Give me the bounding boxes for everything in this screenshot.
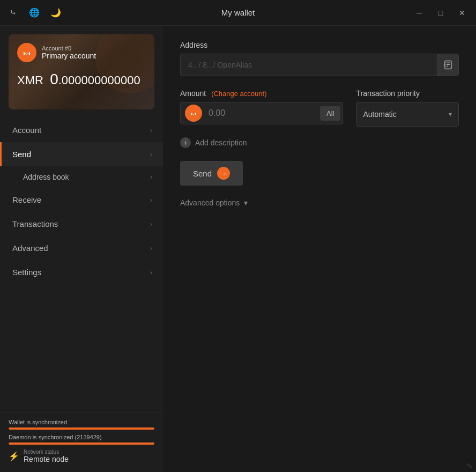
sidebar-item-receive[interactable]: Receive › — [0, 188, 163, 212]
svg-point-0 — [21, 47, 33, 58]
sidebar-item-account[interactable]: Account › — [0, 118, 163, 142]
priority-block: Transaction priority Automatic ▾ — [356, 89, 459, 127]
amount-input-row: All — [180, 102, 343, 124]
account-balance: XMR 0.000000000000 — [17, 71, 146, 88]
balance-zero: 0 — [50, 71, 58, 87]
plus-circle-icon: + — [180, 137, 191, 148]
account-header: Account #0 Primary account — [17, 43, 146, 62]
monero-icon-small — [185, 105, 202, 122]
address-input-row — [180, 54, 459, 76]
sidebar-item-account-label: Account — [12, 126, 41, 135]
account-chevron-icon: › — [150, 127, 152, 134]
sidebar: Account #0 Primary account XMR 0.0000000… — [0, 26, 163, 472]
minimize-button[interactable]: ─ — [412, 5, 427, 20]
account-name: Primary account — [42, 51, 96, 60]
content-area: Address Amount (Change account) — [163, 26, 476, 472]
sidebar-item-transactions[interactable]: Transactions › — [0, 212, 163, 236]
priority-chevron-icon: ▾ — [449, 110, 452, 118]
address-book-chevron-icon: › — [150, 173, 152, 181]
close-button[interactable]: ✕ — [455, 5, 470, 20]
sidebar-item-settings-label: Settings — [12, 268, 41, 277]
monero-logo — [17, 43, 36, 62]
advanced-chevron-icon: › — [150, 245, 152, 252]
advanced-options-row[interactable]: Advanced options ▾ — [180, 198, 459, 207]
daemon-sync-bar — [9, 442, 154, 445]
transactions-chevron-icon: › — [150, 220, 152, 228]
wallet-sync-bar-fill — [9, 427, 154, 430]
send-arrow-icon: → — [217, 167, 230, 180]
daemon-sync-label: Daemon is synchronized (2139429) — [9, 434, 154, 440]
title-bar-left: ⤷ 🌐 🌙 — [6, 6, 62, 19]
svg-point-5 — [189, 108, 198, 118]
all-button[interactable]: All — [320, 106, 340, 121]
account-name-block: Account #0 Primary account — [42, 45, 96, 60]
network-node-label: Remote node — [24, 455, 69, 463]
priority-select[interactable]: Automatic ▾ — [356, 102, 459, 127]
sidebar-item-advanced-label: Advanced — [12, 244, 48, 253]
sidebar-item-address-book-label: Address book — [23, 173, 69, 181]
address-field-label: Address — [180, 41, 459, 49]
address-book-button[interactable] — [437, 54, 458, 76]
send-chevron-icon: › — [150, 151, 152, 158]
send-button-label: Send — [193, 169, 212, 178]
daemon-sync-bar-fill — [9, 442, 154, 445]
account-card: Account #0 Primary account XMR 0.0000000… — [9, 34, 154, 109]
address-input[interactable] — [181, 55, 437, 75]
amount-label: Amount (Change account) — [180, 89, 343, 98]
nav-section: Account › Send › Address book › Receive … — [0, 118, 163, 412]
balance-decimals: 000000000000 — [62, 73, 140, 87]
main-layout: Account #0 Primary account XMR 0.0000000… — [0, 26, 476, 472]
wallet-sync-bar — [9, 427, 154, 430]
network-status: ⚡ Network status Remote node — [9, 449, 154, 463]
settings-chevron-icon: › — [150, 269, 152, 276]
resize-handle[interactable]: ⤡ — [466, 461, 473, 470]
priority-label: Transaction priority — [356, 89, 459, 98]
wallet-sync-label: Wallet is synchronized — [9, 419, 154, 425]
balance-amount: XMR 0.000000000000 — [17, 71, 146, 88]
sidebar-item-address-book[interactable]: Address book › — [0, 166, 163, 188]
maximize-button[interactable]: □ — [433, 5, 448, 20]
change-account-label[interactable]: (Change account) — [211, 90, 266, 98]
title-bar: ⤷ 🌐 🌙 My wallet ─ □ ✕ — [0, 0, 476, 26]
sidebar-item-advanced[interactable]: Advanced › — [0, 236, 163, 260]
title-bar-right: ─ □ ✕ — [412, 5, 470, 20]
add-description-label: Add description — [195, 138, 247, 147]
account-number: Account #0 — [42, 45, 96, 51]
advanced-options-chevron-icon: ▾ — [244, 198, 248, 207]
sidebar-footer: Wallet is synchronized Daemon is synchro… — [0, 412, 163, 472]
advanced-options-label: Advanced options — [180, 198, 240, 207]
sidebar-item-transactions-label: Transactions — [12, 219, 58, 228]
globe-icon[interactable]: 🌐 — [28, 6, 41, 19]
priority-value: Automatic — [363, 110, 449, 119]
sidebar-item-send[interactable]: Send › — [0, 142, 163, 166]
receive-chevron-icon: › — [150, 196, 152, 204]
window-title: My wallet — [221, 8, 255, 17]
send-button[interactable]: Send → — [180, 161, 243, 186]
network-status-small-label: Network status — [24, 449, 69, 455]
sidebar-item-send-label: Send — [12, 150, 31, 159]
amount-block: Amount (Change account) All — [180, 89, 343, 127]
sidebar-item-settings[interactable]: Settings › — [0, 260, 163, 284]
network-info: Network status Remote node — [24, 449, 69, 463]
balance-currency: XMR — [17, 73, 43, 87]
sidebar-item-receive-label: Receive — [12, 195, 41, 204]
transfer-icon[interactable]: ⤷ — [6, 6, 19, 19]
amount-input[interactable] — [206, 104, 318, 122]
amount-priority-row: Amount (Change account) All Transaction … — [180, 89, 459, 127]
moon-icon[interactable]: 🌙 — [49, 6, 62, 19]
add-description-row[interactable]: + Add description — [180, 137, 459, 148]
lightning-icon: ⚡ — [9, 451, 19, 461]
